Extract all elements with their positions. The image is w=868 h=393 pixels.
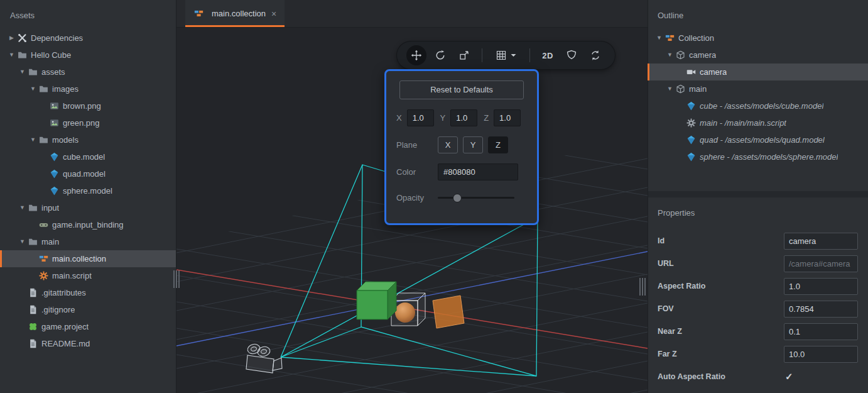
move-tool-button[interactable] (406, 45, 426, 65)
asset-item-label: README.md (41, 339, 90, 348)
asset-item-models[interactable]: ▼models (0, 131, 176, 148)
asset-item-game-project[interactable]: game.project (0, 318, 176, 335)
editor-center: main.collection × (176, 0, 648, 393)
2d-mode-button[interactable]: 2D (538, 45, 558, 65)
grid-size-z-field[interactable]: 1.0 (494, 109, 521, 126)
plane-row: Plane XYZ (386, 136, 537, 153)
plane-x-button[interactable]: X (438, 136, 458, 153)
outline-item-label: cube - /assets/models/cube.model (700, 101, 823, 111)
asset-item-main[interactable]: ▼main (0, 233, 176, 250)
property-label: Aspect Ratio (658, 282, 784, 291)
opacity-label: Opacity (396, 193, 438, 202)
property-label: Id (658, 236, 784, 245)
property-row-far-z: Far Z10.0 (648, 343, 868, 365)
asset-item-game-input-binding[interactable]: game.input_binding (0, 216, 176, 233)
outline-properties-splitter[interactable] (648, 191, 868, 197)
scale-tool-button[interactable] (454, 45, 474, 65)
folder-icon (28, 67, 38, 77)
outline-item-main-main-main-script[interactable]: main - /main/main.script (648, 114, 868, 131)
asset-item-main-collection[interactable]: main.collection (0, 250, 176, 267)
expander-expanded-icon[interactable]: ▼ (17, 239, 28, 245)
quad-object[interactable] (433, 296, 464, 328)
collection-icon (193, 9, 203, 19)
expander-collapsed-icon[interactable]: ▶ (6, 35, 17, 41)
outline-item-sphere-assets-models-sphere-model[interactable]: sphere - /assets/models/sphere.model (648, 148, 868, 165)
reset-to-defaults-button[interactable]: Reset to Defaults (399, 80, 524, 99)
color-row: Color #808080 (386, 163, 537, 180)
expander-expanded-icon[interactable]: ▼ (28, 137, 38, 143)
property-field-far-z[interactable]: 10.0 (784, 346, 858, 363)
asset-item-input[interactable]: ▼input (0, 199, 176, 216)
property-field-near-z[interactable]: 0.1 (784, 323, 858, 340)
asset-item-dependencies[interactable]: ▶Dependencies (0, 30, 176, 47)
grid-size-x-field[interactable]: 1.0 (407, 109, 434, 126)
asset-item-gitattributes[interactable]: .gitattributes (0, 284, 176, 301)
expander-expanded-icon[interactable]: ▼ (17, 205, 28, 211)
asset-item-quad-model[interactable]: quad.model (0, 165, 176, 182)
asset-item-cube-model[interactable]: cube.model (0, 148, 176, 165)
opacity-slider-handle[interactable] (453, 194, 462, 202)
asset-item-hello-cube[interactable]: ▼Hello Cube (0, 47, 176, 64)
outline-item-main[interactable]: ▼main (648, 80, 868, 97)
asset-item-sphere-model[interactable]: sphere.model (0, 182, 176, 199)
property-field-url[interactable]: /camera#camera (784, 255, 858, 272)
asset-item-gitignore[interactable]: .gitignore (0, 301, 176, 318)
outline-item-collection[interactable]: ▼Collection (648, 30, 868, 47)
properties-panel-title: Properties (648, 197, 868, 227)
asset-item-brown-png[interactable]: brown.png (0, 97, 176, 114)
outline-item-quad-assets-models-quad-model[interactable]: quad - /assets/models/quad.model (648, 131, 868, 148)
folder-icon (17, 50, 27, 60)
grid-color-field[interactable]: #808080 (438, 163, 518, 180)
asset-item-images[interactable]: ▼images (0, 80, 176, 97)
green-cube-object[interactable] (357, 282, 396, 319)
plane-z-button[interactable]: Z (488, 136, 508, 153)
expander-expanded-icon[interactable]: ▼ (6, 52, 17, 58)
property-field-id[interactable]: camera (784, 233, 858, 250)
asset-item-readme-md[interactable]: README.md (0, 335, 176, 352)
folder-icon (28, 203, 38, 213)
rotate-tool-button[interactable] (430, 45, 450, 65)
asset-item-assets[interactable]: ▼assets (0, 64, 176, 80)
frustum-culling-button[interactable] (561, 45, 582, 65)
outline-item-camera[interactable]: camera (648, 64, 868, 80)
property-row-near-z: Near Z0.1 (648, 320, 868, 343)
outline-item-camera[interactable]: ▼camera (648, 47, 868, 64)
expander-expanded-icon[interactable]: ▼ (665, 86, 675, 92)
asset-item-label: main (41, 237, 59, 246)
move-icon (411, 50, 422, 61)
camera-gizmo[interactable] (246, 343, 282, 373)
defold-editor-window: Assets ▶Dependencies▼Hello Cube▼assets▼i… (0, 0, 868, 393)
asset-item-main-script[interactable]: main.script (0, 267, 176, 284)
outline-item-cube-assets-models-cube-model[interactable]: cube - /assets/models/cube.model (648, 97, 868, 114)
outline-item-label: camera (700, 67, 727, 77)
tab-close-icon[interactable]: × (271, 9, 276, 19)
scene-viewport[interactable]: 2D Reset to Defaults X1.0Y1.0Z1.0 Plane … (176, 28, 648, 393)
tab-main-collection[interactable]: main.collection × (185, 0, 285, 27)
grid-settings-button[interactable] (490, 45, 522, 65)
asset-item-label: brown.png (63, 101, 101, 111)
input-binding-icon (38, 220, 48, 230)
toolbar-separator (482, 48, 482, 62)
property-field-fov[interactable]: 0.7854 (784, 301, 858, 318)
model-icon (686, 135, 696, 145)
outline-item-label: camera (689, 50, 716, 60)
expander-expanded-icon[interactable]: ▼ (665, 52, 675, 58)
plane-y-button[interactable]: Y (463, 136, 483, 153)
collection-icon (665, 33, 675, 43)
asset-item-green-png[interactable]: green.png (0, 114, 176, 131)
grid-size-z-label: Z (484, 113, 489, 123)
reload-button[interactable] (585, 45, 605, 65)
expander-expanded-icon[interactable]: ▼ (28, 86, 38, 92)
expander-expanded-icon[interactable]: ▼ (17, 69, 28, 75)
opacity-slider[interactable] (438, 194, 514, 202)
checkbox-checked-icon[interactable]: ✓ (784, 371, 858, 382)
right-splitter-grip[interactable] (639, 278, 646, 296)
expander-expanded-icon[interactable]: ▼ (654, 35, 665, 41)
left-splitter-grip[interactable] (173, 270, 180, 288)
dependencies-icon (17, 33, 27, 43)
properties-panel: Properties IdcameraURL/camera#cameraAspe… (648, 197, 868, 393)
property-field-aspect-ratio[interactable]: 1.0 (784, 278, 858, 295)
grid-size-y-field[interactable]: 1.0 (450, 109, 477, 126)
grid-size-row: X1.0Y1.0Z1.0 (386, 109, 537, 126)
outline-panel: Outline ▼Collection▼cameracamera▼maincub… (648, 0, 868, 191)
